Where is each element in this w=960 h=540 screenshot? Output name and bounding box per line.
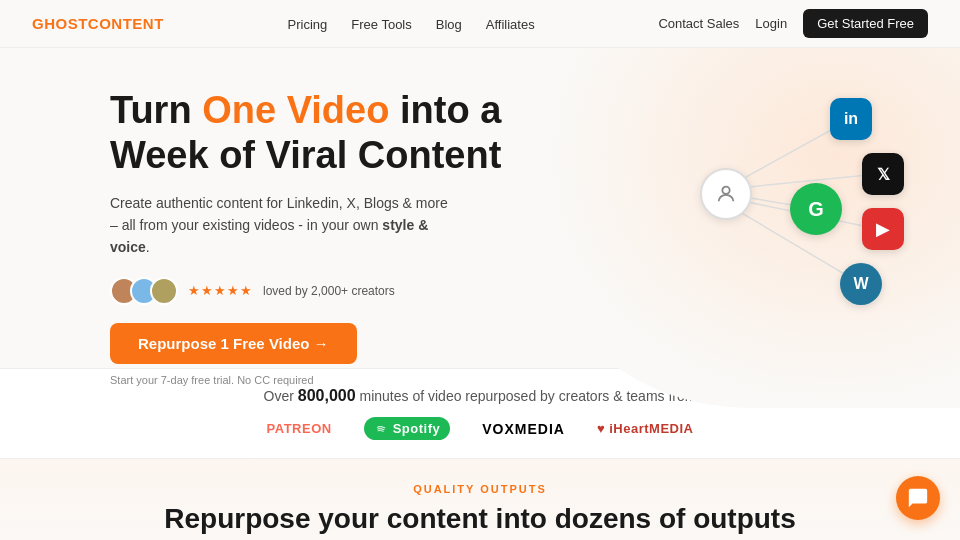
avatar-group: [110, 277, 178, 305]
network-graphic: G in 𝕏 ▶ W: [600, 78, 920, 358]
hero-section: Turn One Video into a Week of Viral Cont…: [0, 48, 960, 368]
star-rating: ★★★★★: [188, 283, 253, 298]
node-grammarly: G: [790, 183, 842, 235]
login-link[interactable]: Login: [755, 16, 787, 31]
brand-spotify: Spotify: [364, 417, 451, 440]
nav-affiliates[interactable]: Affiliates: [486, 17, 535, 32]
brand-iheartmedia: ♥ iHeartMEDIA: [597, 421, 694, 436]
nav-pricing[interactable]: Pricing: [288, 17, 328, 32]
social-proof: ★★★★★ loved by 2,000+ creators: [110, 277, 570, 305]
hero-title-highlight: One Video: [202, 89, 389, 131]
brand-logos: PATREON Spotify VOXMEDIA ♥ iHeartMEDIA: [80, 417, 880, 440]
hero-title: Turn One Video into a Week of Viral Cont…: [110, 88, 570, 178]
node-center: [700, 168, 752, 220]
chat-button[interactable]: [896, 476, 940, 520]
nav-links: Pricing Free Tools Blog Affiliates: [288, 15, 535, 33]
hero-title-start: Turn: [110, 89, 202, 131]
brand-patreon: PATREON: [267, 421, 332, 436]
quality-title: Repurpose your content into dozens of ou…: [80, 503, 880, 535]
nav-blog[interactable]: Blog: [436, 17, 462, 32]
navbar-right: Contact Sales Login Get Started Free: [658, 9, 928, 38]
quality-section: QUALITY OUTPUTS Repurpose your content i…: [0, 459, 960, 540]
stats-number: 800,000: [298, 387, 356, 404]
hero-left: Turn One Video into a Week of Viral Cont…: [110, 88, 570, 368]
stats-prefix: Over: [264, 388, 298, 404]
node-wordpress: W: [840, 263, 882, 305]
contact-sales-link[interactable]: Contact Sales: [658, 16, 739, 31]
trial-text: Start your 7-day free trial. No CC requi…: [110, 374, 570, 386]
node-youtube: ▶: [862, 208, 904, 250]
svg-point-5: [722, 187, 729, 194]
logo-ghost: GHOST: [32, 15, 88, 32]
brand-voxmedia: VOXMEDIA: [482, 421, 565, 437]
quality-label: QUALITY OUTPUTS: [80, 483, 880, 495]
logo[interactable]: GHOSTCONTENT: [32, 15, 164, 32]
avatar-3: [150, 277, 178, 305]
get-started-button[interactable]: Get Started Free: [803, 9, 928, 38]
stats-suffix: minutes of video repurposed by creators …: [356, 388, 697, 404]
node-twitter: 𝕏: [862, 153, 904, 195]
logo-content: CONTENT: [88, 15, 164, 32]
navbar: GHOSTCONTENT Pricing Free Tools Blog Aff…: [0, 0, 960, 48]
node-linkedin: in: [830, 98, 872, 140]
hero-right: G in 𝕏 ▶ W: [570, 88, 880, 368]
social-proof-text: loved by 2,000+ creators: [263, 284, 395, 298]
repurpose-cta-button[interactable]: Repurpose 1 Free Video →: [110, 323, 357, 364]
hero-subtitle: Create authentic content for Linkedin, X…: [110, 192, 450, 259]
nav-free-tools[interactable]: Free Tools: [351, 17, 411, 32]
